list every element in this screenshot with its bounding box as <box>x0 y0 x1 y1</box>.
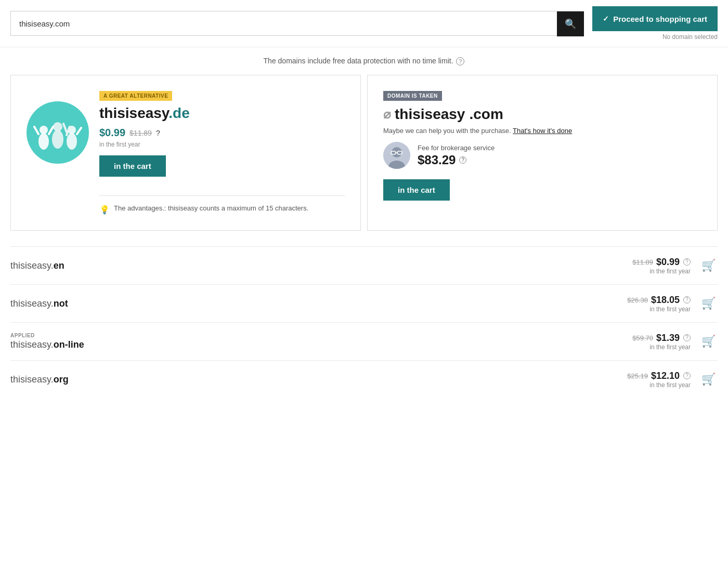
proceed-btn-wrap: ✓ Proceed to shopping cart No domain sel… <box>592 6 718 41</box>
domain-base-2: thisiseasy. <box>10 298 54 309</box>
taken-domain-tld: .com <box>469 106 503 123</box>
search-input[interactable] <box>11 11 557 35</box>
domain-help-icon-1[interactable]: ? <box>683 258 691 266</box>
card-left-content: A GREAT ALTERNATIVE thisiseasy.de $0.99 … <box>99 91 345 215</box>
domain-tld-4: org <box>54 374 69 385</box>
search-button[interactable]: 🔍 <box>557 11 584 36</box>
add-to-cart-button-1[interactable]: 🛒 <box>699 256 718 275</box>
alternative-price-old: $11.89 <box>129 129 152 137</box>
domain-help-icon-3[interactable]: ? <box>683 334 691 341</box>
alternative-domain-name: thisiseasy.de <box>99 105 345 122</box>
applied-label: APPLIED <box>10 333 84 338</box>
domain-price-old-3: $59.70 <box>632 334 653 342</box>
advantage-text: The advantages.: thisiseasy counts a max… <box>114 204 308 212</box>
domain-pricing-1: $11.89 $0.99 ? in the first year <box>632 257 691 275</box>
alternative-price-row: $0.99 $11.89 ? <box>99 127 345 139</box>
brokerage-text: Maybe we can help you with the purchase.… <box>383 127 701 135</box>
info-help-icon[interactable]: ? <box>456 57 464 65</box>
alternative-badge: A GREAT ALTERNATIVE <box>99 91 172 101</box>
cart-icon-1: 🛒 <box>701 259 716 272</box>
cards-row: A GREAT ALTERNATIVE thisiseasy.de $0.99 … <box>0 75 728 246</box>
cart-icon-4: 🛒 <box>701 373 716 386</box>
domain-base-3: thisiseasy. <box>10 339 54 350</box>
domain-row-left: thisiseasy. en <box>10 260 64 271</box>
broker-info: Fee for brokerage service $83.29 ? <box>418 144 495 167</box>
alternative-domain-base: thisiseasy <box>99 105 168 121</box>
domain-row-left: thisiseasy. not <box>10 298 68 309</box>
domain-row-left: APPLIED thisiseasy. on-line <box>10 333 84 350</box>
domain-price-period-2: in the first year <box>627 306 691 313</box>
alternative-price-period: in the first year <box>99 141 345 148</box>
card-divider <box>99 195 345 196</box>
svg-point-1 <box>38 133 49 150</box>
domain-base-1: thisiseasy. <box>10 260 54 271</box>
domain-price-new-1: $0.99 <box>656 257 680 268</box>
domain-row-right-3: $59.70 $1.39 ? in the first year 🛒 <box>632 332 718 351</box>
info-bar: The domains include free data protection… <box>0 47 728 75</box>
alternative-domain-tld: .de <box>168 105 189 121</box>
taken-domain-name: ⌀ thisiseasy.com <box>383 106 701 123</box>
broker-price: $83.29 ? <box>418 153 495 167</box>
domain-price-line-2: $26.38 $18.05 ? <box>627 295 691 306</box>
illustration-circle <box>27 101 89 164</box>
svg-point-3 <box>52 130 63 149</box>
svg-point-13 <box>392 147 402 157</box>
broker-row: Fee for brokerage service $83.29 ? <box>383 142 701 169</box>
svg-point-5 <box>67 133 77 150</box>
info-text: The domains include free data protection… <box>264 57 453 65</box>
no-domain-label: No domain selected <box>662 33 718 41</box>
broker-service-label: Fee for brokerage service <box>418 144 495 152</box>
check-icon: ✓ <box>603 15 609 23</box>
broker-help-icon[interactable]: ? <box>459 156 466 164</box>
domain-price-old-1: $11.89 <box>632 258 653 266</box>
lightbulb-icon: 💡 <box>99 205 110 215</box>
taken-badge: DOMAIN IS TAKEN <box>383 91 442 101</box>
domain-row-left: thisiseasy. org <box>10 374 69 385</box>
domain-row: thisiseasy. org $25.19 $12.10 ? in the f… <box>10 360 718 398</box>
taken-cart-button[interactable]: in the cart <box>383 179 450 201</box>
proceed-to-cart-button[interactable]: ✓ Proceed to shopping cart <box>592 6 718 31</box>
brokerage-link[interactable]: That's how it's done <box>513 127 572 135</box>
domain-price-new-2: $18.05 <box>651 295 680 306</box>
domain-base-4: thisiseasy. <box>10 374 54 385</box>
domain-row: APPLIED thisiseasy. on-line $59.70 $1.39… <box>10 322 718 360</box>
svg-point-2 <box>40 126 48 134</box>
alternative-cart-button[interactable]: in the cart <box>99 155 166 177</box>
domain-row-right-1: $11.89 $0.99 ? in the first year 🛒 <box>632 256 718 275</box>
no-symbol-icon: ⌀ <box>383 107 391 122</box>
domain-row: thisiseasy. en $11.89 $0.99 ? in the fir… <box>10 246 718 284</box>
domain-row-right-4: $25.19 $12.10 ? in the first year 🛒 <box>627 370 718 389</box>
header: 🔍 ✓ Proceed to shopping cart No domain s… <box>0 0 728 47</box>
add-to-cart-button-3[interactable]: 🛒 <box>699 332 718 351</box>
domain-price-old-2: $26.38 <box>627 296 648 304</box>
domain-price-line-3: $59.70 $1.39 ? <box>632 333 691 344</box>
domain-help-icon-2[interactable]: ? <box>683 296 691 303</box>
domain-price-line-4: $25.19 $12.10 ? <box>627 371 691 381</box>
domain-price-new-3: $1.39 <box>656 333 680 344</box>
domain-tld-3: on-line <box>54 339 84 350</box>
taken-domain-base: thisiseasy <box>395 106 465 123</box>
search-bar: 🔍 <box>10 11 584 36</box>
domain-tld-2: not <box>54 298 68 309</box>
domain-price-old-4: $25.19 <box>627 372 648 380</box>
taken-domain-card: DOMAIN IS TAKEN ⌀ thisiseasy.com Maybe w… <box>367 75 718 231</box>
domain-price-period-3: in the first year <box>632 344 691 351</box>
search-icon: 🔍 <box>565 18 576 30</box>
add-to-cart-button-2[interactable]: 🛒 <box>699 294 718 313</box>
domain-price-new-4: $12.10 <box>651 371 680 381</box>
domain-price-line-1: $11.89 $0.99 ? <box>632 257 691 268</box>
alternative-price-help-icon[interactable]: ? <box>156 129 160 137</box>
broker-price-value: $83.29 <box>418 153 456 167</box>
domain-pricing-3: $59.70 $1.39 ? in the first year <box>632 333 691 351</box>
domain-row-right-2: $26.38 $18.05 ? in the first year 🛒 <box>627 294 718 313</box>
cart-icon-2: 🛒 <box>701 297 716 310</box>
domain-help-icon-4[interactable]: ? <box>683 372 691 379</box>
domain-row: thisiseasy. not $26.38 $18.05 ? in the f… <box>10 284 718 322</box>
proceed-label: Proceed to shopping cart <box>613 15 707 23</box>
domain-list: thisiseasy. en $11.89 $0.99 ? in the fir… <box>0 246 728 398</box>
svg-point-4 <box>53 122 62 131</box>
broker-avatar <box>383 142 410 169</box>
add-to-cart-button-4[interactable]: 🛒 <box>699 370 718 389</box>
domain-price-period-4: in the first year <box>627 381 691 389</box>
domain-pricing-4: $25.19 $12.10 ? in the first year <box>627 371 691 389</box>
